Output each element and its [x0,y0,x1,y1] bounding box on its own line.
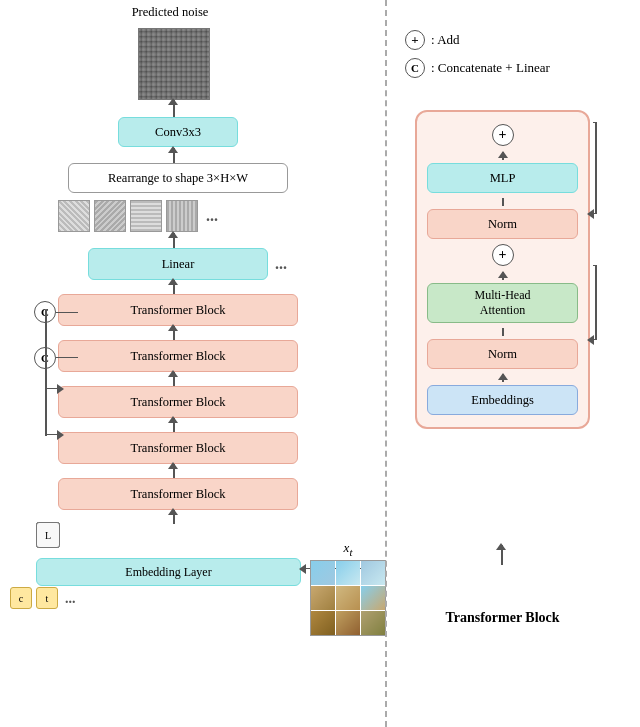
right-skip-mlp-bot [593,213,597,214]
patch-sky2 [336,561,360,585]
skip-h-line-2 [45,434,58,435]
arrow-mlp-norm1 [427,198,578,206]
arrowhead-skip-2 [57,430,64,440]
patch-dog3 [311,611,335,635]
arrowhead-skip-attn [587,335,594,345]
transformer-block-2: Transformer Block [58,340,298,372]
patch-4 [166,200,198,232]
patch-mix [361,586,385,610]
patch-dog5 [361,611,385,635]
arrowhead-skip-mlp [587,209,594,219]
arrow-attn-norm2 [427,328,578,336]
transformer-block-5: Transformer Block [58,478,298,510]
right-diagram: + : Add C : Concatenate + Linear + MLP N… [395,0,640,727]
arrowhead-t5 [168,462,178,469]
token-row: 0 1 2 3 4 5 6 ... L [36,527,53,543]
xt-label: xt [310,540,386,558]
section-divider [385,0,387,727]
bottom-ellipsis: ... [65,591,76,607]
mlp-box: MLP [427,163,578,193]
patch-dog4 [336,611,360,635]
right-skip-mlp [595,122,597,214]
arrowhead-t3 [168,370,178,377]
transformer-block-4: Transformer Block [58,432,298,464]
ellipsis-patches: ... [206,207,218,225]
ellipsis-linear: ... [275,255,287,273]
patch-dog1 [311,586,335,610]
conv3x3-box: Conv3x3 [118,117,238,147]
arrow-add-mlp [427,152,578,160]
arrow-norm2-embed [427,374,578,382]
arrowhead-linear [168,231,178,238]
arrowhead-to-noise [168,98,178,105]
rearrange-box: Rearrange to shape 3×H×W [68,163,288,193]
arrowhead-t2 [168,324,178,331]
embedding-layer-box: Embedding Layer [36,558,301,586]
add-circle-top: + [492,124,514,146]
arrow-c1-tb1 [56,312,78,313]
attention-box: Multi-HeadAttention [427,283,578,323]
xt-image: xt [310,540,386,636]
right-skip-attn-top [593,265,597,266]
right-skip-attn [595,265,597,340]
legend: + : Add C : Concatenate + Linear [405,30,550,78]
right-skip-mlp-top [593,122,597,123]
arrowhead-t4 [168,416,178,423]
arrowhead-to-embed [498,373,508,380]
add-circle-top-wrapper: + [427,124,578,146]
c-token: c [10,587,32,609]
arrowhead-skip-1 [57,384,64,394]
transformer-block-title: Transformer Block [415,610,590,626]
linear-box: Linear [88,248,268,280]
xt-grid [310,560,386,636]
arrowhead-to-attn [498,271,508,278]
concat-circle-legend: C [405,58,425,78]
transformer-block-container: + MLP Norm + Multi-HeadAttention [415,110,590,429]
add-circle-legend: + [405,30,425,50]
patch-2 [94,200,126,232]
predicted-noise-image [138,28,210,100]
right-skip-attn-bot [593,339,597,340]
norm2-box: Norm [427,339,578,369]
predicted-noise-label: Predicted noise [80,5,260,20]
patch-sky3 [361,561,385,585]
arrowhead-xt-left [299,564,306,574]
arrowhead-rearrange [168,146,178,153]
token-L: L [36,522,60,548]
add-label: : Add [431,32,460,48]
add-circle-mid: + [492,244,514,266]
skip-h-line-1 [45,388,58,389]
norm1-box: Norm [427,209,578,239]
patch-dog2 [336,586,360,610]
add-circle-mid-wrapper: + [427,244,578,266]
legend-add: + : Add [405,30,550,50]
arrowhead-into-block [496,543,506,550]
left-diagram: Predicted noise Conv3x3 Rearrange to sha… [0,0,390,727]
arrow-add-attn [427,272,578,280]
skip-line-2 [45,357,47,436]
arrowhead-emb [168,508,178,515]
embeddings-box: Embeddings [427,385,578,415]
concat-label: : Concatenate + Linear [431,60,550,76]
transformer-block-3: Transformer Block [58,386,298,418]
patch-3 [130,200,162,232]
patch-images-row: ... [58,200,222,232]
legend-concat: C : Concatenate + Linear [405,58,550,78]
arrowhead-to-mlp [498,151,508,158]
arrowhead-t1 [168,278,178,285]
t-token: t [36,587,58,609]
patch-1 [58,200,90,232]
transformer-block-1: Transformer Block [58,294,298,326]
arrow-c2-tb2 [56,357,78,358]
patch-sky [311,561,335,585]
